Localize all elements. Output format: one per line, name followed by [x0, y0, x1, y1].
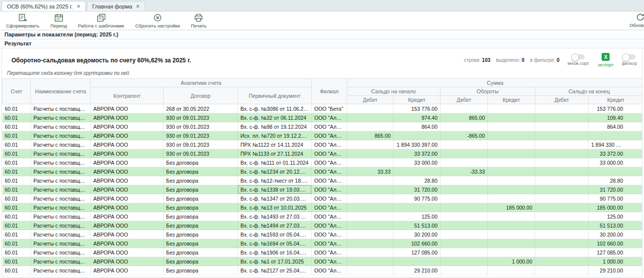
cell-account-name[interactable]: Расчеты с поставщикам…: [31, 131, 91, 140]
cell-primary-doc[interactable]: Вх. с-ф. №1234 от 20.12.2024: [238, 167, 312, 176]
cell-contractor[interactable]: АВРОРА ООО: [91, 140, 164, 149]
cell-contract[interactable]: Без договора: [164, 221, 238, 230]
cell-turnover-credit[interactable]: [488, 113, 535, 122]
grid-row[interactable]: 60.01 Расчеты с поставщикам… АВРОРА ООО …: [2, 140, 643, 149]
cell-contract[interactable]: Без договора: [164, 266, 238, 275]
cell-turnover-debit[interactable]: [440, 203, 488, 212]
cell-turnover-debit[interactable]: [440, 149, 488, 158]
cell-end-credit[interactable]: 1 000.00: [589, 257, 643, 266]
cell-end-credit[interactable]: 51 513.00: [589, 221, 643, 230]
cell-primary-doc[interactable]: Вх. с-ф. №98 от 19.12.2024: [238, 122, 312, 131]
cell-account[interactable]: 60.01: [2, 239, 31, 248]
cell-branch[interactable]: ООО "Альфа": [312, 239, 347, 248]
cell-turnover-debit[interactable]: [440, 122, 488, 131]
cell-begin-credit[interactable]: 51 513.00: [394, 221, 440, 230]
generate-button[interactable]: Сформировать: [6, 13, 39, 28]
cell-primary-doc[interactable]: ПРХ №1122 от 14.11.2024: [238, 140, 312, 149]
cell-turnover-credit[interactable]: [488, 194, 535, 203]
cell-account[interactable]: 60.01: [2, 221, 31, 230]
cell-account[interactable]: 60.01: [2, 149, 31, 158]
cell-end-credit[interactable]: 33 372.00: [589, 149, 643, 158]
cell-begin-debit[interactable]: [347, 149, 394, 158]
cell-begin-credit[interactable]: [394, 257, 440, 266]
col-header-primary-doc[interactable]: Первичный документ: [238, 87, 312, 104]
cell-turnover-debit[interactable]: [440, 257, 488, 266]
cell-end-debit[interactable]: [535, 257, 589, 266]
cell-begin-debit[interactable]: [347, 140, 394, 149]
cell-turnover-credit[interactable]: [488, 230, 535, 239]
filter-toggle[interactable]: [623, 54, 636, 59]
cell-account[interactable]: 60.01: [2, 176, 31, 185]
multisort-toggle[interactable]: [572, 54, 585, 59]
grid-row[interactable]: 60.01 Расчеты с поставщикам… АВРОРА ООО …: [2, 239, 643, 248]
cell-end-debit[interactable]: [535, 194, 589, 203]
cell-begin-credit[interactable]: 125.00: [394, 212, 440, 221]
cell-account-name[interactable]: Расчеты с поставщикам…: [31, 167, 91, 176]
tab-main-form[interactable]: Главная форма ×: [87, 1, 145, 11]
cell-contractor[interactable]: АВРОРА ООО: [91, 131, 164, 140]
cell-contract[interactable]: 268 от 30.05.2022: [164, 104, 238, 113]
col-header-account-name[interactable]: Наименование счета: [31, 79, 91, 104]
cell-turnover-credit[interactable]: [488, 149, 535, 158]
cell-turnover-credit[interactable]: [488, 131, 535, 140]
cell-turnover-debit[interactable]: [440, 140, 488, 149]
grid-row[interactable]: 60.01 Расчеты с поставщикам… АВРОРА ООО …: [2, 122, 643, 131]
cell-begin-debit[interactable]: [347, 176, 394, 185]
cell-begin-debit[interactable]: [347, 248, 394, 257]
cell-account[interactable]: 60.01: [2, 257, 31, 266]
cell-end-credit[interactable]: 29 210.00: [589, 266, 643, 275]
cell-begin-credit[interactable]: 31 720.00: [394, 185, 440, 194]
col-header-account[interactable]: Счет: [2, 79, 31, 104]
tab-close-icon[interactable]: ×: [136, 3, 140, 9]
cell-branch[interactable]: ООО "Альфа": [312, 167, 347, 176]
cell-primary-doc[interactable]: Вх. с-ф. №111 от 01.11.2024: [238, 158, 312, 167]
col-header-contract[interactable]: Договор: [164, 87, 238, 104]
grid-row[interactable]: 60.01 Расчеты с поставщикам… АВРОРА ООО …: [2, 149, 643, 158]
cell-primary-doc[interactable]: Вх. с-ф. №1338 от 19.03.2024: [238, 185, 312, 194]
export-excel-button[interactable]: X: [602, 53, 610, 61]
cell-account-name[interactable]: Расчеты с поставщикам…: [31, 257, 91, 266]
templates-button[interactable]: Работа с шаблонами: [78, 13, 124, 28]
cell-begin-credit[interactable]: 28.80: [394, 176, 440, 185]
cell-turnover-debit[interactable]: [440, 176, 488, 185]
cell-account[interactable]: 60.01: [2, 104, 31, 113]
cell-end-debit[interactable]: [535, 248, 589, 257]
cell-contractor[interactable]: АВРОРА ООО: [91, 149, 164, 158]
cell-contract[interactable]: 930 от 09.01.2023: [164, 131, 238, 140]
grid-row[interactable]: 60.01 Расчеты с поставщикам… АВРОРА ООО …: [2, 221, 643, 230]
cell-turnover-credit[interactable]: [488, 122, 535, 131]
cell-begin-credit[interactable]: 102 660.00: [394, 239, 440, 248]
cell-contractor[interactable]: АВРОРА ООО: [91, 212, 164, 221]
cell-turnover-credit[interactable]: [488, 140, 535, 149]
cell-begin-credit[interactable]: [394, 131, 440, 140]
cell-turnover-credit[interactable]: [488, 176, 535, 185]
cell-end-credit[interactable]: 185 000.00: [589, 203, 643, 212]
cell-turnover-debit[interactable]: [440, 158, 488, 167]
cell-contractor[interactable]: АВРОРА ООО: [91, 230, 164, 239]
cell-branch[interactable]: ООО "Альфа": [312, 113, 347, 122]
grid-row[interactable]: 60.01 Расчеты с поставщикам… АВРОРА ООО …: [2, 113, 643, 122]
cell-account[interactable]: 60.01: [2, 266, 31, 275]
cell-account[interactable]: 60.01: [2, 113, 31, 122]
cell-contract[interactable]: Без договора: [164, 158, 238, 167]
cell-contract[interactable]: Без договора: [164, 167, 238, 176]
cell-begin-debit[interactable]: [347, 212, 394, 221]
cell-primary-doc[interactable]: Вх. с-ф. №12-ткест от 18.12.2024: [238, 176, 312, 185]
cell-branch[interactable]: ООО "Альфа": [312, 122, 347, 131]
cell-contract[interactable]: Без договора: [164, 194, 238, 203]
cell-contract[interactable]: 930 от 09.01.2023: [164, 113, 238, 122]
cell-end-debit[interactable]: [535, 158, 589, 167]
cell-branch[interactable]: ООО "Альфа": [312, 176, 347, 185]
cell-turnover-debit[interactable]: [440, 104, 488, 113]
cell-branch[interactable]: ООО "Альфа": [312, 257, 347, 266]
cell-account[interactable]: 60.01: [2, 212, 31, 221]
cell-branch[interactable]: ООО "Альфа": [312, 248, 347, 257]
cell-turnover-credit[interactable]: [488, 266, 535, 275]
col-header-begin-debit[interactable]: Дебет: [347, 96, 394, 104]
cell-begin-debit[interactable]: 865.00: [347, 131, 394, 140]
cell-contractor[interactable]: АВРОРА ООО: [91, 248, 164, 257]
cell-begin-credit[interactable]: 29 210.00: [394, 266, 440, 275]
cell-turnover-debit[interactable]: [440, 221, 488, 230]
cell-end-credit[interactable]: 125.00: [589, 212, 643, 221]
cell-contract[interactable]: Без договора: [164, 203, 238, 212]
